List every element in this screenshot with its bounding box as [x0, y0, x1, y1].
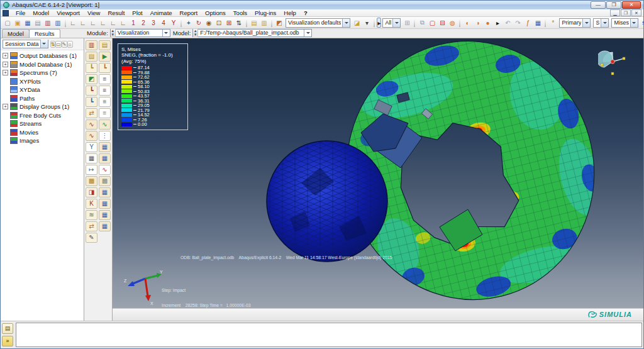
- session-data-combo[interactable]: Session Data: [3, 40, 48, 48]
- frame-table-icon[interactable]: ▦: [99, 142, 111, 152]
- back-face-icon[interactable]: ◑: [472, 18, 482, 28]
- separator[interactable]: [545, 18, 546, 27]
- restore-button[interactable]: ❐: [606, 1, 621, 9]
- mdi-child-icon[interactable]: [3, 10, 9, 16]
- expand-toggle-icon[interactable]: [3, 130, 8, 135]
- viewport-tile-v-icon[interactable]: ∟: [88, 18, 98, 28]
- selection-filter-combo[interactable]: All: [382, 18, 401, 28]
- fit-view-icon[interactable]: ⊞: [224, 18, 234, 28]
- menu-item[interactable]: Viewport: [53, 9, 84, 16]
- contour-options-icon[interactable]: ≡: [99, 74, 111, 84]
- menu-item[interactable]: File: [12, 9, 29, 16]
- field-position-combo[interactable]: Primary: [559, 18, 591, 28]
- viewport-next-icon[interactable]: ∟: [118, 18, 128, 28]
- menu-item[interactable]: Plug-ins: [251, 9, 280, 16]
- render-dropdown-icon[interactable]: ▾: [362, 18, 372, 28]
- material-orientation-icon[interactable]: ⇄: [86, 108, 97, 118]
- stream-icon[interactable]: ≋: [86, 210, 97, 220]
- viewport-4-icon[interactable]: 4: [158, 18, 169, 28]
- visualization-defaults-combo[interactable]: Visualization defaults: [286, 18, 350, 28]
- probe-icon[interactable]: ∿: [99, 165, 111, 175]
- movie-options-icon[interactable]: ▦: [99, 221, 111, 231]
- zoom-box-icon[interactable]: ⊡: [214, 18, 224, 28]
- tree-item[interactable]: XYData: [1, 86, 84, 94]
- drag-zoom-icon[interactable]: ▢: [427, 18, 437, 28]
- separator[interactable]: [271, 18, 272, 27]
- save-icon[interactable]: ▦: [23, 18, 33, 28]
- expand-toggle-icon[interactable]: +: [3, 70, 8, 75]
- expand-toggle-icon[interactable]: [3, 79, 8, 84]
- probe-arrow-icon[interactable]: ▸: [492, 18, 502, 28]
- tree-item[interactable]: XYPlots: [1, 77, 84, 86]
- viewport-create-icon[interactable]: ∟: [68, 18, 78, 28]
- viewport-tile-h-icon[interactable]: ∟: [78, 18, 88, 28]
- message-log-button[interactable]: ▤: [2, 323, 13, 334]
- child-close-button[interactable]: ✕: [631, 9, 641, 16]
- contours-deformed-icon[interactable]: ┗: [86, 86, 97, 96]
- sync-field-icon[interactable]: ⇆: [640, 18, 644, 28]
- rotate-view-icon[interactable]: ◍: [447, 18, 457, 28]
- separator[interactable]: [459, 18, 460, 27]
- attach-model-icon[interactable]: ▥: [53, 18, 63, 28]
- render-style-icon[interactable]: ◪: [352, 18, 362, 28]
- menu-item[interactable]: Tools: [230, 9, 251, 16]
- group-a-icon[interactable]: ▩: [86, 176, 97, 186]
- print-icon[interactable]: ▤: [33, 18, 43, 28]
- module-combo[interactable]: ▲▼ Visualization: [110, 29, 170, 37]
- undo-icon[interactable]: ↶: [502, 18, 513, 28]
- plot-undeformed-icon[interactable]: ┗: [86, 63, 97, 73]
- tree-spin-icon[interactable]: ⇅: [50, 41, 56, 48]
- menu-item[interactable]: Plot: [128, 9, 146, 16]
- free-body-icon[interactable]: K: [86, 199, 97, 209]
- separator[interactable]: [65, 18, 66, 27]
- dropdown-arrow-icon[interactable]: [582, 19, 590, 27]
- new-icon[interactable]: ▢: [3, 18, 13, 28]
- viewport-2-icon[interactable]: 2: [138, 18, 148, 28]
- pan-view-icon[interactable]: ⊟: [437, 18, 447, 28]
- orientation-options-icon[interactable]: ≡: [99, 97, 111, 107]
- expand-toggle-icon[interactable]: [3, 113, 8, 118]
- tree-item[interactable]: + Display Groups (1): [1, 102, 84, 111]
- viewport-cascade-icon[interactable]: ∟: [98, 18, 108, 28]
- viewport-3-icon[interactable]: 3: [148, 18, 158, 28]
- dropdown-arrow-icon[interactable]: [342, 19, 350, 27]
- tree-item[interactable]: Streams: [1, 119, 84, 128]
- symbol-options-icon[interactable]: ≡: [99, 86, 111, 96]
- rotate-icon[interactable]: ↻: [194, 18, 204, 28]
- child-minimize-button[interactable]: ▁: [610, 9, 620, 16]
- menu-item[interactable]: Result: [104, 9, 128, 16]
- tab-results[interactable]: Results: [29, 29, 60, 38]
- dropdown-arrow-icon[interactable]: [630, 19, 638, 27]
- cycle-views-icon[interactable]: ⇅: [234, 18, 244, 28]
- dg-options-icon[interactable]: ▦: [99, 187, 111, 197]
- field-variable-combo[interactable]: S: [593, 18, 609, 28]
- mount-odb-icon[interactable]: ▥: [43, 18, 53, 28]
- command-line-button[interactable]: »: [2, 336, 13, 346]
- menu-item[interactable]: Model: [29, 9, 53, 16]
- field-refinement-combo[interactable]: Mises: [611, 18, 638, 28]
- xy-odb-field-icon[interactable]: ∿: [99, 119, 111, 130]
- highlight-icon[interactable]: ●: [482, 18, 492, 28]
- front-face-icon[interactable]: ◐: [462, 18, 472, 28]
- separator[interactable]: [374, 18, 375, 27]
- movie-icon[interactable]: ⇄: [86, 221, 97, 231]
- menu-item[interactable]: View: [84, 9, 104, 16]
- open-icon[interactable]: ▣: [13, 18, 23, 28]
- close-button[interactable]: ✕: [622, 1, 641, 9]
- menu-item[interactable]: Report: [176, 9, 202, 16]
- xy-options-icon[interactable]: ⋮: [99, 131, 111, 141]
- expand-toggle-icon[interactable]: +: [3, 62, 8, 67]
- message-output-box[interactable]: [16, 323, 642, 347]
- pan-icon[interactable]: +: [184, 18, 194, 28]
- copy-display-icon[interactable]: ⧉: [417, 18, 427, 28]
- xy-operate-icon[interactable]: ∿: [86, 131, 97, 141]
- dropdown-arrow-icon[interactable]: [40, 40, 48, 48]
- viewport-canvas[interactable]: S, Mises SNEG, (fraction = -1.0) (Avg: 7…: [113, 38, 643, 308]
- link-viewports-icon[interactable]: ⊞: [402, 18, 412, 28]
- plot-contours-icon[interactable]: ◩: [86, 74, 97, 84]
- spectrum-a-icon[interactable]: ▥: [86, 40, 97, 50]
- plot-state-options-icon[interactable]: ≡: [99, 108, 111, 118]
- expand-toggle-icon[interactable]: +: [3, 104, 8, 109]
- minimize-button[interactable]: —: [591, 1, 606, 9]
- dropdown-arrow-icon[interactable]: [162, 30, 170, 36]
